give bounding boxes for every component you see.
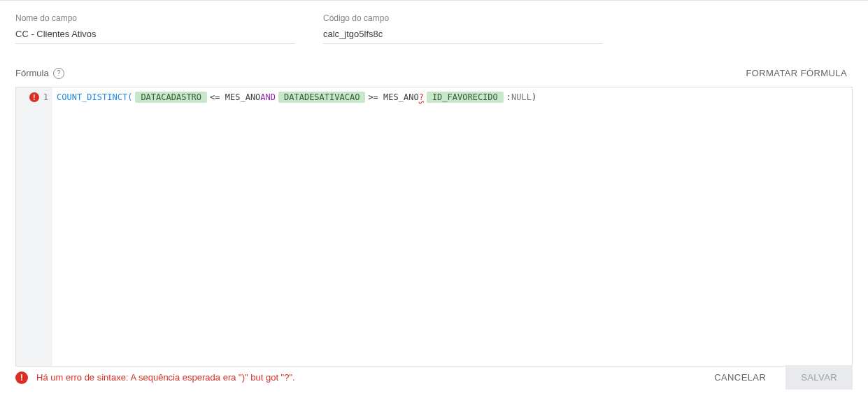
token-error-question: ?	[419, 92, 424, 102]
token-close-paren: )	[532, 92, 536, 102]
field-name-label: Nome do campo	[15, 13, 295, 23]
format-formula-button[interactable]: FORMATAR FÓRMULA	[740, 64, 853, 83]
token-field-datadesativacao[interactable]: DATADESATIVACAO	[278, 92, 365, 103]
token-op-le-mesano: <= MES_ANO	[210, 92, 260, 102]
field-inputs-row: Nome do campo Código do campo	[15, 13, 853, 44]
formula-header: Fórmula ? FORMATAR FÓRMULA	[15, 64, 853, 83]
token-null: NULL	[511, 92, 532, 102]
formula-editor[interactable]: ! 1 COUNT_DISTINCT( DATACADASTRO <= MES_…	[15, 87, 853, 367]
line-number: 1	[43, 92, 48, 102]
formula-label: Fórmula	[15, 68, 49, 78]
field-code-input[interactable]	[323, 27, 603, 44]
save-button[interactable]: SALVAR	[785, 365, 853, 390]
token-field-datacadastro[interactable]: DATACADASTRO	[135, 92, 207, 103]
token-function: COUNT_DISTINCT(	[57, 92, 132, 102]
code-line-1: COUNT_DISTINCT( DATACADASTRO <= MES_ANO …	[57, 90, 848, 104]
field-name-group: Nome do campo	[15, 13, 295, 44]
field-code-label: Código do campo	[323, 13, 603, 23]
gutter-line-1: ! 1	[16, 90, 52, 104]
footer-actions: CANCELAR SALVAR	[704, 365, 853, 390]
token-op-ge-mesano: >= MES_ANO	[368, 92, 418, 102]
gutter-error-icon[interactable]: !	[29, 92, 39, 102]
formula-header-left: Fórmula ?	[15, 68, 64, 79]
editor-code-area[interactable]: COUNT_DISTINCT( DATACADASTRO <= MES_ANO …	[52, 87, 852, 366]
editor-gutter: ! 1	[16, 87, 52, 366]
token-colon: :	[506, 92, 511, 102]
help-icon[interactable]: ?	[53, 68, 64, 79]
footer-error: ! Há um erro de sintaxe: A sequência esp…	[15, 371, 295, 384]
footer-bar: ! Há um erro de sintaxe: A sequência esp…	[15, 365, 853, 390]
token-keyword-and: AND	[260, 92, 276, 102]
cancel-button[interactable]: CANCELAR	[704, 365, 776, 390]
error-icon: !	[15, 371, 28, 384]
token-field-idfavorecido[interactable]: ID_FAVORECIDO	[427, 92, 504, 103]
field-code-group: Código do campo	[323, 13, 603, 44]
error-message: Há um erro de sintaxe: A sequência esper…	[36, 372, 295, 383]
field-name-input[interactable]	[15, 27, 295, 44]
